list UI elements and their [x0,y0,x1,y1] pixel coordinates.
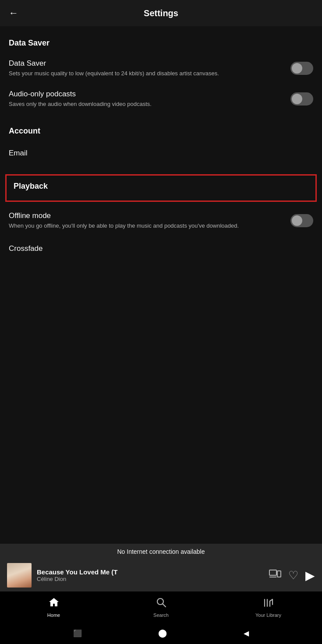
svg-rect-1 [277,571,281,577]
svg-line-4 [163,604,166,607]
library-icon [263,597,274,611]
android-stop-button[interactable]: ⬛ [73,629,82,637]
offline-mode-toggle[interactable] [290,214,313,227]
data-saver-subtitle: Sets your music quality to low (equivale… [9,70,283,77]
playback-section-highlighted: Playback [5,174,317,202]
data-saver-title: Data Saver [9,59,283,68]
nav-library-label: Your Library [255,612,281,618]
setting-item-audio-only: Audio-only podcasts Saves only the audio… [0,84,322,114]
android-home-button[interactable]: ⬤ [158,628,167,638]
toggle-knob-3 [292,215,302,226]
section-header-playback: Playback [10,180,312,196]
offline-mode-subtitle: When you go offline, you'll only be able… [9,222,283,230]
album-art [7,563,32,588]
page-title: Settings [9,8,313,18]
data-saver-toggle[interactable] [290,62,313,75]
nav-home-label: Home [47,612,60,618]
setting-item-email[interactable]: Email [0,141,322,167]
home-icon [48,597,60,611]
no-internet-banner: No Internet connection available [0,544,322,560]
audio-only-toggle[interactable] [290,92,313,106]
like-button[interactable]: ♡ [288,569,298,582]
toggle-knob-2 [292,94,302,104]
cast-icon[interactable] [269,569,281,581]
crossfade-title: Crossfade [9,244,42,253]
android-nav-bar: ⬛ ⬤ ◀ [0,622,322,644]
offline-mode-title: Offline mode [9,211,283,220]
now-playing-artist: Céline Dion [37,576,269,582]
nav-item-home[interactable]: Home [36,597,71,618]
now-playing-controls: ♡ ▶ [269,568,315,583]
header: ← Settings [0,0,322,26]
back-button[interactable]: ← [9,7,18,19]
search-icon [156,597,167,611]
email-title: Email [9,149,28,158]
svg-rect-0 [269,570,276,575]
android-back-button[interactable]: ◀ [244,629,249,637]
now-playing-bar[interactable]: Because You Loved Me (T Céline Dion ♡ ▶ [0,560,322,591]
nav-search-label: Search [153,612,169,618]
bottom-nav: Home Search Your Library [0,591,322,622]
setting-item-data-saver: Data Saver Sets your music quality to lo… [0,53,322,84]
nav-item-library[interactable]: Your Library [251,597,286,618]
setting-item-offline-mode: Offline mode When you go offline, you'll… [0,205,322,236]
now-playing-title: Because You Loved Me (T [37,568,159,576]
nav-item-search[interactable]: Search [144,597,179,618]
setting-item-crossfade[interactable]: Crossfade [0,236,322,263]
play-button[interactable]: ▶ [305,568,315,583]
now-playing-art [7,563,32,588]
section-header-data-saver: Data Saver [0,26,322,53]
section-header-account: Account [0,114,322,141]
settings-content: Data Saver Data Saver Sets your music qu… [0,26,322,544]
audio-only-subtitle: Saves only the audio when downloading vi… [9,100,283,108]
audio-only-title: Audio-only podcasts [9,90,283,99]
toggle-knob [292,63,302,74]
